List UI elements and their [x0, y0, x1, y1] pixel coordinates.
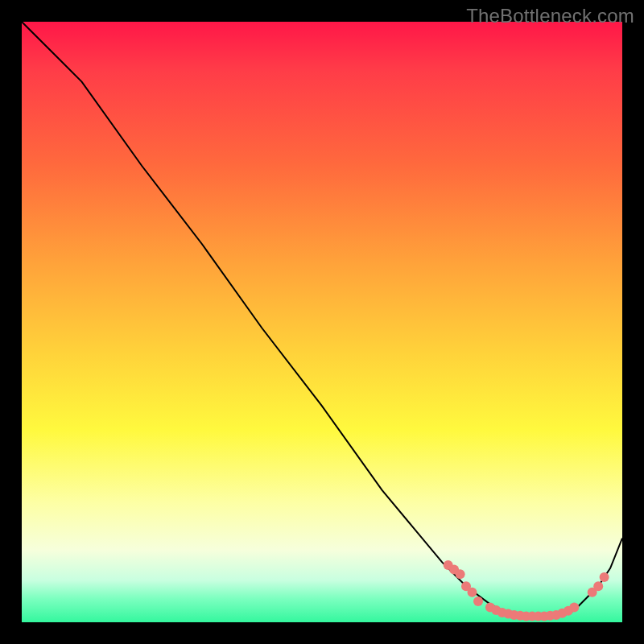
valley-marker: [569, 602, 579, 612]
watermark-text: TheBottleneck.com: [466, 5, 634, 27]
valley-marker: [600, 572, 609, 582]
chart-frame: TheBottleneck.com: [0, 0, 644, 644]
plot-area: [22, 22, 622, 622]
valley-marker: [468, 588, 477, 597]
valley-marker: [456, 569, 465, 579]
curve-layer: [22, 22, 622, 622]
curve-path: [22, 22, 622, 617]
valley-marker: [473, 597, 483, 606]
marker-group: [444, 560, 609, 621]
valley-marker: [593, 581, 603, 591]
